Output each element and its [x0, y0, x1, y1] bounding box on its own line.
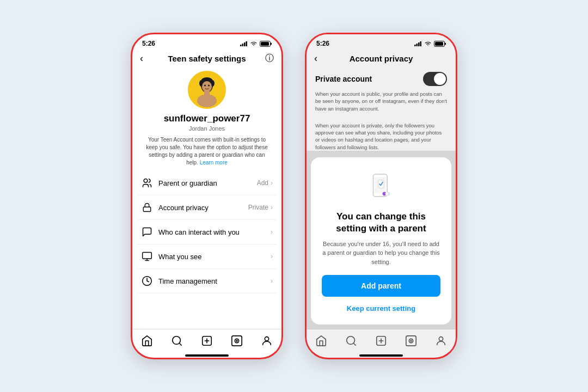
- svg-rect-6: [271, 42, 272, 45]
- svg-point-14: [204, 85, 206, 87]
- privacy-icon: [141, 201, 153, 213]
- svg-line-43: [353, 343, 356, 345]
- see-icon: [141, 250, 153, 262]
- back-button-1[interactable]: ‹: [140, 53, 143, 64]
- svg-rect-35: [435, 42, 443, 46]
- svg-rect-2: [244, 42, 246, 46]
- privacy-value: Private: [248, 204, 268, 211]
- time-right: ›: [271, 277, 273, 285]
- signal-icon: [240, 41, 248, 46]
- svg-point-17: [144, 179, 148, 183]
- info-button-1[interactable]: ⓘ: [265, 53, 274, 64]
- battery-icon: [260, 41, 272, 47]
- see-right: ›: [271, 253, 273, 260]
- keep-current-button[interactable]: Keep current setting: [322, 301, 440, 316]
- svg-point-28: [236, 340, 237, 341]
- account-privacy-section: Private account When your account is pub…: [307, 65, 456, 151]
- avatar-image: [189, 72, 224, 107]
- nav-search-2[interactable]: [345, 335, 357, 349]
- svg-point-15: [208, 85, 210, 87]
- real-name: Jordan Jones: [189, 125, 225, 132]
- nav-add-2[interactable]: [375, 335, 387, 349]
- privacy-label-item: Account privacy: [158, 204, 243, 212]
- signal-icon-2: [414, 41, 422, 46]
- svg-rect-33: [420, 41, 422, 46]
- modal-icon-container: [322, 170, 440, 203]
- svg-rect-30: [414, 45, 416, 46]
- privacy-toggle-row: Private account: [315, 72, 447, 86]
- status-icons-2: [414, 41, 446, 47]
- menu-item-time[interactable]: Time management ›: [137, 269, 277, 293]
- status-time-2: 5:26: [316, 40, 329, 47]
- nav-add[interactable]: [201, 335, 213, 349]
- nav-bar-1: [132, 329, 281, 352]
- nav-home[interactable]: [141, 335, 153, 349]
- private-account-label: Private account: [315, 75, 372, 83]
- modal-overlay: You can change this setting with a paren…: [307, 151, 456, 329]
- page-title-1: Teen safety settings: [168, 54, 246, 63]
- profile-section: sunflower_power77 Jordan Jones Your Teen…: [132, 65, 281, 171]
- phone-1: 5:26 ‹: [131, 33, 283, 359]
- svg-rect-0: [240, 45, 242, 46]
- svg-rect-1: [242, 44, 244, 46]
- interact-label: Who can interact with you: [158, 228, 265, 236]
- nav-reels[interactable]: [231, 335, 243, 349]
- modal-title: You can change this setting with a paren…: [322, 211, 440, 235]
- battery-icon-2: [434, 41, 446, 47]
- interact-icon: [141, 226, 153, 238]
- svg-rect-3: [246, 41, 248, 46]
- svg-rect-41: [385, 193, 388, 195]
- wifi-icon-2: [424, 41, 432, 46]
- nav-home-2[interactable]: [315, 335, 327, 349]
- svg-rect-31: [416, 44, 418, 46]
- svg-point-50: [439, 337, 443, 341]
- svg-point-16: [197, 94, 217, 107]
- screen-1: ‹ Teen safety settings ⓘ: [132, 50, 281, 329]
- time-icon: [141, 275, 153, 287]
- nav-search[interactable]: [171, 335, 183, 349]
- screen-2: ‹ Account privacy Private account When y…: [307, 50, 456, 329]
- nav-profile-2[interactable]: [435, 335, 447, 349]
- avatar: [188, 71, 226, 109]
- menu-item-privacy[interactable]: Account privacy Private ›: [137, 195, 277, 220]
- see-label: What you see: [158, 253, 265, 261]
- time-label: Time management: [158, 277, 265, 285]
- svg-point-13: [202, 81, 212, 92]
- modal-body: Because you're under 16, you'll need to …: [322, 240, 440, 267]
- home-indicator-2: [359, 354, 403, 357]
- add-parent-button[interactable]: Add parent: [322, 275, 440, 297]
- nav-bar-2: [307, 329, 456, 352]
- phone-2: 5:26 ‹ Account privacy: [305, 33, 457, 359]
- privacy-toggle[interactable]: [423, 72, 447, 86]
- learn-more-link[interactable]: Learn more: [200, 160, 228, 166]
- phone2-header: ‹ Account privacy: [307, 50, 456, 65]
- menu-item-see[interactable]: What you see ›: [137, 244, 277, 269]
- interact-right: ›: [271, 228, 273, 236]
- privacy-desc-1: When your account is public, your profil…: [315, 90, 447, 112]
- settings-list: Parent or guardian Add › Account privacy…: [132, 171, 281, 329]
- settings-shield-icon: [365, 170, 397, 203]
- status-icons-1: [240, 41, 272, 47]
- parent-add: Add: [257, 179, 268, 187]
- home-indicator-1: [185, 354, 229, 357]
- status-bar-2: 5:26: [307, 34, 456, 50]
- svg-point-29: [265, 337, 268, 341]
- privacy-desc-2: When your account is private, only the f…: [315, 122, 447, 151]
- account-description: Your Teen Account comes with built-in se…: [143, 136, 271, 167]
- menu-item-interact[interactable]: Who can interact with you ›: [137, 220, 277, 244]
- status-bar-1: 5:26: [132, 34, 281, 50]
- svg-rect-5: [261, 42, 269, 46]
- toggle-knob: [434, 73, 446, 85]
- nav-reels-2[interactable]: [405, 335, 417, 349]
- menu-item-parent[interactable]: Parent or guardian Add ›: [137, 171, 277, 195]
- modal-card: You can change this setting with a paren…: [311, 157, 451, 324]
- svg-line-22: [179, 343, 181, 345]
- nav-profile[interactable]: [261, 335, 273, 349]
- back-button-2[interactable]: ‹: [314, 53, 317, 64]
- privacy-right: Private ›: [248, 204, 273, 211]
- wifi-icon: [250, 41, 258, 46]
- svg-rect-36: [445, 42, 446, 45]
- phone1-header: ‹ Teen safety settings ⓘ: [132, 50, 281, 65]
- svg-point-49: [411, 340, 412, 341]
- parent-icon: [141, 177, 153, 189]
